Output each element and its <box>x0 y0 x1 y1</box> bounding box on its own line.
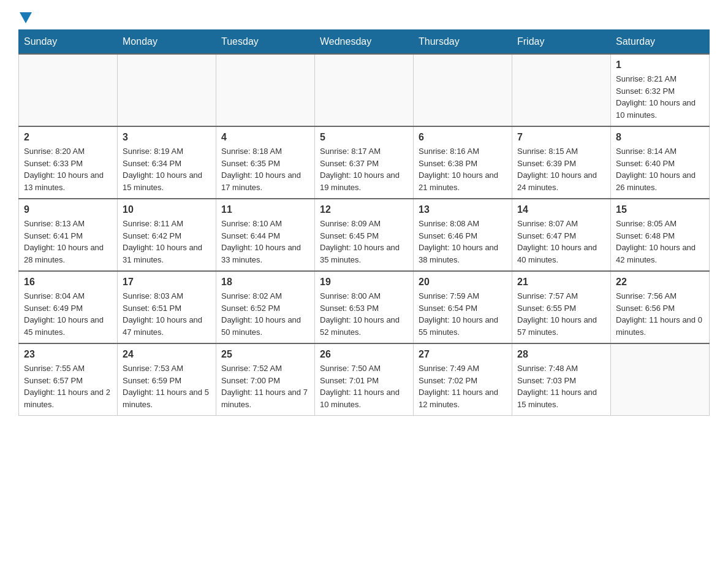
calendar-day-cell: 18Sunrise: 8:02 AM Sunset: 6:52 PM Dayli… <box>216 271 315 343</box>
calendar-day-cell: 15Sunrise: 8:05 AM Sunset: 6:48 PM Dayli… <box>611 199 710 271</box>
day-number: 2 <box>24 132 112 143</box>
calendar-day-cell: 27Sunrise: 7:49 AM Sunset: 7:02 PM Dayli… <box>414 343 512 416</box>
day-info: Sunrise: 7:50 AM Sunset: 7:01 PM Dayligh… <box>320 362 408 410</box>
calendar-day-cell: 3Sunrise: 8:19 AM Sunset: 6:34 PM Daylig… <box>118 126 216 199</box>
day-number: 12 <box>320 204 408 215</box>
day-info: Sunrise: 7:55 AM Sunset: 6:57 PM Dayligh… <box>24 362 112 410</box>
calendar-day-cell: 19Sunrise: 8:00 AM Sunset: 6:53 PM Dayli… <box>315 271 414 343</box>
day-number: 3 <box>123 132 211 143</box>
day-number: 20 <box>419 277 507 288</box>
calendar-header-row: SundayMondayTuesdayWednesdayThursdayFrid… <box>19 30 710 55</box>
day-info: Sunrise: 8:14 AM Sunset: 6:40 PM Dayligh… <box>616 145 704 193</box>
calendar-day-cell: 23Sunrise: 7:55 AM Sunset: 6:57 PM Dayli… <box>19 343 118 416</box>
day-of-week-header: Wednesday <box>315 30 414 55</box>
calendar-day-cell: 6Sunrise: 8:16 AM Sunset: 6:38 PM Daylig… <box>414 126 512 199</box>
calendar-day-cell <box>512 54 611 126</box>
page-header <box>18 12 710 23</box>
day-number: 22 <box>616 277 704 288</box>
day-number: 8 <box>616 132 704 143</box>
day-info: Sunrise: 8:16 AM Sunset: 6:38 PM Dayligh… <box>419 145 507 193</box>
calendar-day-cell: 12Sunrise: 8:09 AM Sunset: 6:45 PM Dayli… <box>315 199 414 271</box>
day-number: 4 <box>221 132 309 143</box>
day-info: Sunrise: 7:57 AM Sunset: 6:55 PM Dayligh… <box>517 290 605 338</box>
day-of-week-header: Tuesday <box>216 30 315 55</box>
day-number: 18 <box>221 277 309 288</box>
day-number: 11 <box>221 204 309 215</box>
day-number: 19 <box>320 277 408 288</box>
day-info: Sunrise: 8:21 AM Sunset: 6:32 PM Dayligh… <box>616 73 704 121</box>
day-info: Sunrise: 8:10 AM Sunset: 6:44 PM Dayligh… <box>221 218 309 266</box>
day-number: 28 <box>517 349 605 360</box>
day-number: 1 <box>616 59 704 71</box>
calendar-day-cell <box>19 54 118 126</box>
calendar-day-cell: 11Sunrise: 8:10 AM Sunset: 6:44 PM Dayli… <box>216 199 315 271</box>
day-number: 5 <box>320 132 408 143</box>
day-info: Sunrise: 8:02 AM Sunset: 6:52 PM Dayligh… <box>221 290 309 338</box>
calendar-week-row: 9Sunrise: 8:13 AM Sunset: 6:41 PM Daylig… <box>19 199 710 271</box>
calendar-day-cell: 22Sunrise: 7:56 AM Sunset: 6:56 PM Dayli… <box>611 271 710 343</box>
day-info: Sunrise: 8:00 AM Sunset: 6:53 PM Dayligh… <box>320 290 408 338</box>
day-number: 15 <box>616 204 704 215</box>
calendar-day-cell <box>414 54 512 126</box>
day-of-week-header: Saturday <box>611 30 710 55</box>
calendar-day-cell: 2Sunrise: 8:20 AM Sunset: 6:33 PM Daylig… <box>19 126 118 199</box>
calendar-day-cell: 4Sunrise: 8:18 AM Sunset: 6:35 PM Daylig… <box>216 126 315 199</box>
day-number: 9 <box>24 204 112 215</box>
calendar-day-cell <box>216 54 315 126</box>
calendar-day-cell: 28Sunrise: 7:48 AM Sunset: 7:03 PM Dayli… <box>512 343 611 416</box>
day-info: Sunrise: 7:56 AM Sunset: 6:56 PM Dayligh… <box>616 290 704 338</box>
day-number: 13 <box>419 204 507 215</box>
day-number: 21 <box>517 277 605 288</box>
calendar-week-row: 23Sunrise: 7:55 AM Sunset: 6:57 PM Dayli… <box>19 343 710 416</box>
day-info: Sunrise: 7:59 AM Sunset: 6:54 PM Dayligh… <box>419 290 507 338</box>
calendar-day-cell: 26Sunrise: 7:50 AM Sunset: 7:01 PM Dayli… <box>315 343 414 416</box>
day-of-week-header: Thursday <box>414 30 512 55</box>
day-number: 10 <box>123 204 211 215</box>
day-number: 7 <box>517 132 605 143</box>
calendar-day-cell: 1Sunrise: 8:21 AM Sunset: 6:32 PM Daylig… <box>611 54 710 126</box>
day-number: 6 <box>419 132 507 143</box>
day-number: 25 <box>221 349 309 360</box>
calendar-day-cell: 9Sunrise: 8:13 AM Sunset: 6:41 PM Daylig… <box>19 199 118 271</box>
day-info: Sunrise: 8:07 AM Sunset: 6:47 PM Dayligh… <box>517 218 605 266</box>
day-info: Sunrise: 8:04 AM Sunset: 6:49 PM Dayligh… <box>24 290 112 338</box>
day-number: 14 <box>517 204 605 215</box>
day-info: Sunrise: 8:08 AM Sunset: 6:46 PM Dayligh… <box>419 218 507 266</box>
calendar-week-row: 16Sunrise: 8:04 AM Sunset: 6:49 PM Dayli… <box>19 271 710 343</box>
day-info: Sunrise: 7:49 AM Sunset: 7:02 PM Dayligh… <box>419 362 507 410</box>
day-info: Sunrise: 8:20 AM Sunset: 6:33 PM Dayligh… <box>24 145 112 193</box>
day-info: Sunrise: 7:52 AM Sunset: 7:00 PM Dayligh… <box>221 362 309 410</box>
calendar-day-cell: 7Sunrise: 8:15 AM Sunset: 6:39 PM Daylig… <box>512 126 611 199</box>
day-info: Sunrise: 8:03 AM Sunset: 6:51 PM Dayligh… <box>123 290 211 338</box>
day-number: 16 <box>24 277 112 288</box>
calendar-day-cell: 25Sunrise: 7:52 AM Sunset: 7:00 PM Dayli… <box>216 343 315 416</box>
day-number: 17 <box>123 277 211 288</box>
day-info: Sunrise: 8:05 AM Sunset: 6:48 PM Dayligh… <box>616 218 704 266</box>
day-number: 26 <box>320 349 408 360</box>
day-info: Sunrise: 8:11 AM Sunset: 6:42 PM Dayligh… <box>123 218 211 266</box>
day-info: Sunrise: 8:09 AM Sunset: 6:45 PM Dayligh… <box>320 218 408 266</box>
day-of-week-header: Friday <box>512 30 611 55</box>
day-info: Sunrise: 7:48 AM Sunset: 7:03 PM Dayligh… <box>517 362 605 410</box>
calendar-day-cell: 10Sunrise: 8:11 AM Sunset: 6:42 PM Dayli… <box>118 199 216 271</box>
calendar-day-cell: 5Sunrise: 8:17 AM Sunset: 6:37 PM Daylig… <box>315 126 414 199</box>
calendar-day-cell: 20Sunrise: 7:59 AM Sunset: 6:54 PM Dayli… <box>414 271 512 343</box>
day-info: Sunrise: 8:15 AM Sunset: 6:39 PM Dayligh… <box>517 145 605 193</box>
day-number: 27 <box>419 349 507 360</box>
calendar-day-cell: 21Sunrise: 7:57 AM Sunset: 6:55 PM Dayli… <box>512 271 611 343</box>
calendar-day-cell: 17Sunrise: 8:03 AM Sunset: 6:51 PM Dayli… <box>118 271 216 343</box>
day-info: Sunrise: 8:17 AM Sunset: 6:37 PM Dayligh… <box>320 145 408 193</box>
calendar-week-row: 2Sunrise: 8:20 AM Sunset: 6:33 PM Daylig… <box>19 126 710 199</box>
day-info: Sunrise: 7:53 AM Sunset: 6:59 PM Dayligh… <box>123 362 211 410</box>
calendar-day-cell <box>611 343 710 416</box>
calendar-day-cell: 13Sunrise: 8:08 AM Sunset: 6:46 PM Dayli… <box>414 199 512 271</box>
day-number: 24 <box>123 349 211 360</box>
day-of-week-header: Sunday <box>19 30 118 55</box>
calendar-day-cell: 14Sunrise: 8:07 AM Sunset: 6:47 PM Dayli… <box>512 199 611 271</box>
calendar-day-cell: 16Sunrise: 8:04 AM Sunset: 6:49 PM Dayli… <box>19 271 118 343</box>
day-info: Sunrise: 8:18 AM Sunset: 6:35 PM Dayligh… <box>221 145 309 193</box>
calendar-day-cell: 24Sunrise: 7:53 AM Sunset: 6:59 PM Dayli… <box>118 343 216 416</box>
day-number: 23 <box>24 349 112 360</box>
calendar-week-row: 1Sunrise: 8:21 AM Sunset: 6:32 PM Daylig… <box>19 54 710 126</box>
day-info: Sunrise: 8:19 AM Sunset: 6:34 PM Dayligh… <box>123 145 211 193</box>
